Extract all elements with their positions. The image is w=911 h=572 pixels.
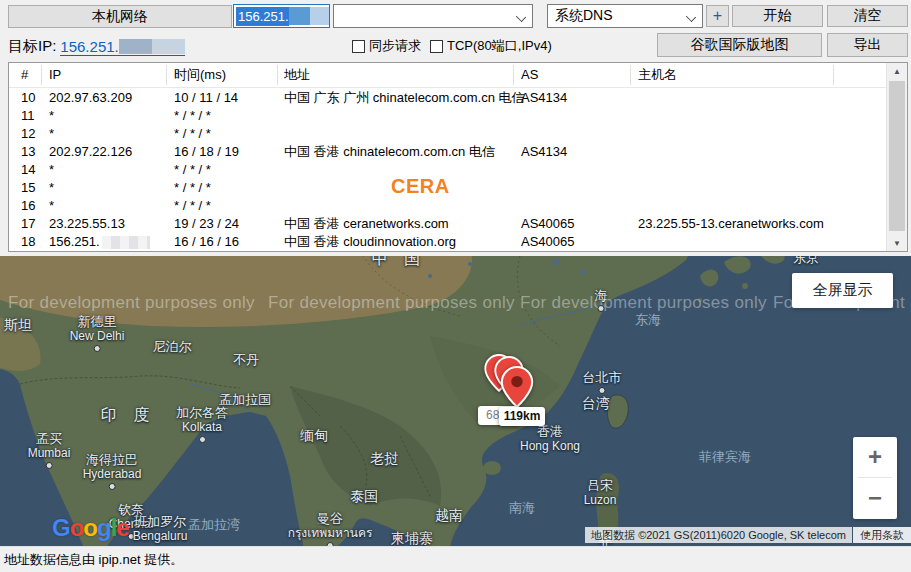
google-logo-letter: G (52, 514, 70, 541)
checkbox-icon (352, 40, 365, 53)
map-label: 斯坦 (4, 318, 32, 333)
city-dot-icon (94, 345, 101, 352)
col-time: 时间(ms) (174, 63, 226, 87)
map-label: 东海 (635, 313, 661, 327)
target-ip-link[interactable]: 156.251. (60, 38, 184, 56)
local-network-button[interactable]: 本机网络 (8, 5, 232, 28)
chevron-down-icon (686, 12, 696, 22)
table-row[interactable]: 11** / * / * (9, 107, 885, 125)
cell-rtt: * / * / * (174, 161, 211, 179)
target-ip-label: 目标IP: (8, 37, 56, 56)
cell-hop: 12 (21, 125, 35, 143)
target-ip-input[interactable]: 156.251. (233, 4, 330, 28)
zoom-in-button[interactable]: + (853, 437, 897, 477)
cell-rtt: 19 / 23 / 24 (174, 215, 239, 233)
map-label: 曼谷กรุงเทพมหานคร (288, 512, 373, 546)
redacted-ip-segment (289, 7, 311, 25)
sync-request-label: 同步请求 (369, 37, 421, 55)
table-row[interactable]: 13202.97.22.12616 / 18 / 19中国 香港 chinate… (9, 143, 885, 161)
cell-addr: 中国 香港 ceranetworks.com (284, 215, 449, 233)
bestrace-window: 本机网络 156.251. 系统DNS + 开始 清空 目标IP: 156.25… (0, 0, 911, 572)
city-dot-icon (109, 483, 116, 490)
cell-hop: 10 (21, 89, 35, 107)
map-label: 加尔各答Kolkata (176, 406, 228, 443)
col-hostname: 主机名 (638, 63, 677, 87)
map-label: 吕宋Luzon (584, 479, 617, 507)
cell-asn: AS4134 (521, 143, 567, 161)
zoom-out-button[interactable]: − (853, 478, 897, 518)
table-row[interactable]: 18156.251.16 / 16 / 16中国 香港 cloudinnovat… (9, 233, 885, 251)
google-logo-letter: o (83, 514, 97, 541)
cell-rtt: * / * / * (174, 107, 211, 125)
cell-rtt: * / * / * (174, 179, 211, 197)
col-address: 地址 (284, 63, 310, 87)
cell-hop: 16 (21, 197, 35, 215)
dns-dropdown-value: 系统DNS (555, 7, 613, 25)
table-row[interactable]: 1723.225.55.1319 / 23 / 24中国 香港 ceranetw… (9, 215, 885, 233)
map-label: 尼泊尔 (153, 340, 192, 354)
table-scrollbar[interactable]: ▲ ▼ (886, 63, 907, 251)
column-divider (833, 65, 834, 85)
scrollbar-thumb[interactable] (889, 81, 905, 231)
distance-tooltip: 119km (499, 407, 545, 426)
cell-rtt: * / * / * (174, 197, 211, 215)
cell-addr: 中国 香港 chinatelecom.com.cn 电信 (284, 143, 495, 161)
target-ip-input-selected-text: 156.251. (236, 7, 289, 26)
dns-dropdown[interactable]: 系统DNS (547, 4, 703, 28)
map-label: 海 (595, 289, 608, 312)
map-label: 柬埔寨 (391, 531, 433, 546)
cell-ip: 156.251. (49, 233, 150, 251)
column-divider (513, 65, 514, 85)
city-dot-icon (199, 436, 206, 443)
map-label: 新德里New Delhi (70, 315, 125, 352)
clear-button[interactable]: 清空 (827, 5, 908, 27)
target-ip-display: 目标IP: 156.251. (8, 34, 185, 56)
start-button[interactable]: 开始 (732, 5, 823, 27)
google-international-map-button[interactable]: 谷歌国际版地图 (657, 33, 822, 57)
cell-hop: 14 (21, 161, 35, 179)
map-label: 不丹 (233, 353, 259, 367)
sync-request-checkbox[interactable]: 同步请求 (352, 37, 421, 55)
col-as: AS (521, 63, 538, 87)
cell-rtt: * / * / * (174, 125, 211, 143)
column-divider (277, 65, 278, 85)
redacted-ip-segment (310, 7, 329, 25)
tcp-label: TCP(80端口,IPv4) (447, 37, 552, 55)
map-watermark: For development purposes only (520, 293, 767, 313)
cell-host: 23.225.55-13.ceranetworks.com (638, 215, 824, 233)
cell-ip: 23.225.55.13 (49, 215, 125, 233)
google-logo[interactable]: Google (52, 514, 129, 542)
column-divider (166, 65, 167, 85)
google-logo-letter: g (97, 514, 111, 541)
map-watermark: For development purposes only (8, 293, 255, 313)
scroll-up-icon[interactable]: ▲ (887, 63, 907, 79)
terms-of-use-link[interactable]: 使用条款 (853, 527, 911, 543)
table-row[interactable]: 12** / * / * (9, 125, 885, 143)
add-button[interactable]: + (706, 5, 729, 27)
col-hop: # (21, 63, 28, 87)
status-bar: 地址数据信息由 ipip.net 提供。 (0, 546, 911, 572)
cell-asn: AS4134 (521, 89, 567, 107)
fullscreen-button[interactable]: 全屏显示 (792, 273, 893, 308)
cell-ip: * (49, 161, 54, 179)
tcp-checkbox[interactable]: TCP(80端口,IPv4) (430, 37, 552, 55)
cell-hop: 13 (21, 143, 35, 161)
column-divider (630, 65, 631, 85)
col-ip: IP (49, 63, 61, 87)
history-dropdown[interactable] (333, 4, 533, 28)
map-label: 台湾 (582, 396, 610, 411)
scroll-down-icon[interactable]: ▼ (887, 235, 907, 251)
table-row[interactable]: 16** / * / * (9, 197, 885, 215)
checkbox-icon (430, 40, 443, 53)
map-label: 泰国 (350, 489, 378, 504)
table-row[interactable]: 10202.97.63.20910 / 11 / 14中国 广东 广州 chin… (9, 89, 885, 107)
cell-ip: * (49, 179, 54, 197)
export-button[interactable]: 导出 (827, 33, 908, 57)
target-ip-value: 156.251. (60, 38, 118, 55)
cell-hop: 11 (21, 107, 35, 125)
redacted-ip-segment (152, 39, 185, 54)
chevron-down-icon (516, 12, 526, 22)
map-panel[interactable]: For development purposes onlyFor develop… (0, 256, 911, 546)
map-attribution: 地图数据 ©2021 GS(2011)6020 Google, SK telec… (585, 527, 911, 543)
map-label: 孟买Mumbai (28, 432, 71, 469)
